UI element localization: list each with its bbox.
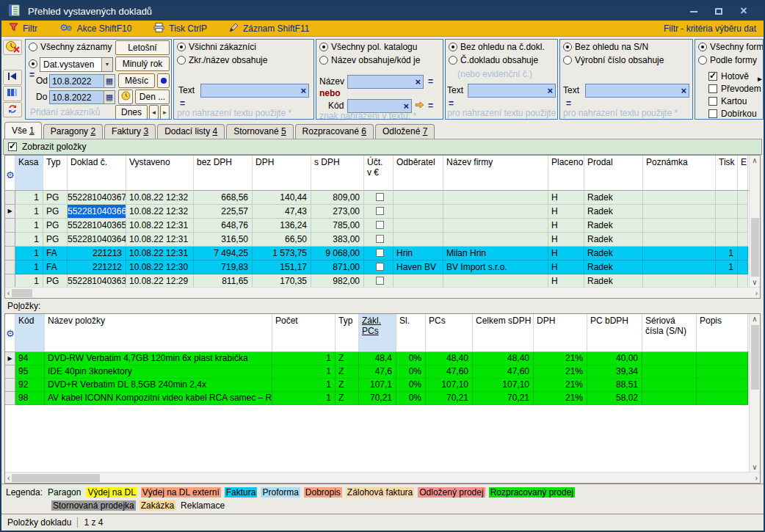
cell-firma[interactable]	[443, 219, 548, 233]
cell-dph[interactable]: 21%	[534, 365, 587, 379]
this-year-button[interactable]: Letošní	[115, 40, 170, 55]
date-type-combobox[interactable]: Dat.vystaven▼	[40, 57, 113, 72]
month-button[interactable]: Měsíc	[118, 73, 155, 88]
cell-placeno[interactable]: H	[548, 219, 584, 233]
first-record-button[interactable]	[3, 70, 22, 85]
cell-kasa[interactable]: 1	[15, 191, 43, 205]
current-row-marker[interactable]: ▶	[5, 205, 15, 219]
arrow-right-icon[interactable]	[415, 101, 424, 111]
cell-pcs[interactable]: 70,21	[426, 392, 473, 405]
scroll-down-icon[interactable]: ∨	[752, 462, 757, 472]
cell-uct[interactable]	[364, 191, 394, 205]
tab-faktury[interactable]: Faktury 3	[104, 124, 156, 139]
cell-odberatel[interactable]	[394, 219, 443, 233]
uct-checkbox[interactable]	[376, 277, 384, 285]
cell-doklad[interactable]: 552281040367	[68, 191, 126, 205]
cell-pc-bdph[interactable]: 58,02	[587, 392, 642, 405]
documents-horizontal-scrollbar[interactable]: ‹ ›	[5, 287, 760, 298]
cell-sl[interactable]: 0%	[396, 365, 426, 379]
blue-dot-button[interactable]	[157, 73, 170, 88]
cell-typ[interactable]: Z	[336, 392, 359, 405]
uct-checkbox[interactable]	[376, 235, 384, 243]
scroll-up-icon[interactable]: ∧	[752, 314, 757, 324]
col-header-zakl-pcs[interactable]: Zákl. PCs	[359, 314, 396, 351]
item-row[interactable]: 98 AV kabel ICONN Kompozitní video kabel…	[5, 392, 760, 405]
prev-day-button[interactable]: ◄	[149, 105, 159, 120]
panel-overflow-arrow-icon[interactable]: ►	[756, 75, 764, 83]
col-header-poznamka[interactable]: Poznámka	[643, 156, 716, 190]
document-row-current[interactable]: ▶ 1 PG 552281040366 10.08.22 12:32 225,5…	[5, 205, 760, 219]
row-selector[interactable]	[5, 379, 15, 392]
cell-kod[interactable]: 98	[15, 392, 45, 405]
cell-nazev[interactable]: DVD-RW Verbatim 4,7GB 120min 6x plast kr…	[45, 352, 272, 365]
day-button[interactable]: Den ...	[135, 90, 170, 104]
cell-doklad[interactable]: 552281040364	[68, 233, 126, 247]
cell-pocet[interactable]: 1	[272, 392, 336, 405]
radio-date-type[interactable]	[29, 59, 37, 68]
cell-typ[interactable]: PG	[43, 191, 68, 205]
cell-uct[interactable]	[364, 219, 394, 233]
radio-by-payment-form[interactable]	[698, 56, 707, 65]
clear-text-icon[interactable]: ×	[401, 101, 411, 111]
cell-bez-dph[interactable]: 7 494,25	[194, 247, 253, 260]
cell-tisk[interactable]: 1	[716, 247, 738, 260]
scroll-left-icon[interactable]: ‹	[7, 473, 10, 483]
cell-nazev[interactable]: IDE 40pin 3konektory	[45, 365, 272, 379]
col-header-celkem-sdph[interactable]: Celkem sDPH	[473, 314, 534, 351]
cell-tisk[interactable]: 1	[716, 260, 738, 274]
cell-doklad[interactable]: 552281040365	[68, 219, 126, 233]
cell-odberatel[interactable]: Haven BV	[394, 260, 443, 274]
col-header-firma[interactable]: Název firmy	[443, 156, 548, 190]
col-header-pc-bdph[interactable]: PC bDPH	[587, 314, 642, 351]
col-header-bez-dph[interactable]: bez DPH	[194, 156, 253, 190]
col-header-nazev[interactable]: Název položky	[45, 314, 272, 351]
col-header-dph[interactable]: DPH	[253, 156, 311, 190]
cell-uct[interactable]	[364, 247, 394, 260]
cell-kod[interactable]: 92	[15, 379, 45, 392]
menu-tisk[interactable]: Tisk CtrlP	[153, 23, 207, 34]
col-header-seriova[interactable]: Sériová čísla (S/N)	[642, 314, 697, 351]
cell-prodal[interactable]: Radek	[584, 205, 643, 219]
last-year-button[interactable]: Minulý rok	[115, 57, 170, 71]
cell-s-dph[interactable]: 871,00	[311, 260, 364, 274]
cell-vystaveno[interactable]: 10.08.22 12:31	[126, 219, 194, 233]
cell-dph[interactable]: 47,43	[253, 205, 311, 219]
cell-tisk[interactable]	[716, 219, 738, 233]
col-header-popis[interactable]: Popis	[697, 314, 748, 351]
document-row-invoice[interactable]: 1 FA 221212 10.08.22 12:30 719,83 151,17…	[5, 260, 760, 274]
cell-vystaveno[interactable]: 10.08.22 12:30	[126, 260, 194, 274]
cell-nazev[interactable]: DVD+R Verbatim DL 8,5GB 240min 2,4x	[45, 379, 272, 392]
uct-checkbox[interactable]	[376, 207, 384, 215]
col-header-sl[interactable]: Sl.	[396, 314, 426, 351]
cell-placeno[interactable]: H	[548, 233, 584, 247]
row-selector[interactable]	[5, 247, 15, 260]
grid-settings-gear-icon[interactable]: ⚙	[6, 329, 15, 338]
cell-e[interactable]	[738, 205, 748, 219]
cell-typ[interactable]: PG	[43, 205, 68, 219]
cell-poznamka[interactable]	[643, 247, 716, 260]
cell-seriova[interactable]	[642, 379, 697, 392]
date-to-field[interactable]: 10.8.2022▦	[49, 90, 115, 104]
cell-s-dph[interactable]: 809,00	[311, 191, 364, 205]
chevron-down-icon[interactable]: ▼	[101, 58, 112, 71]
cell-bez-dph[interactable]: 719,83	[194, 260, 253, 274]
uct-checkbox[interactable]	[376, 263, 384, 271]
cell-poznamka[interactable]	[643, 191, 716, 205]
col-header-prodal[interactable]: Prodal	[584, 156, 643, 190]
col-header-s-dph[interactable]: s DPH	[311, 156, 364, 190]
cell-dph[interactable]: 21%	[534, 352, 587, 365]
minimize-button[interactable]	[681, 2, 706, 20]
clear-text-icon[interactable]: ×	[298, 86, 308, 95]
scrollbar-thumb[interactable]	[12, 289, 32, 297]
radio-any-docnum[interactable]	[449, 43, 457, 51]
cell-typ[interactable]: FA	[43, 260, 68, 274]
cell-prodal[interactable]: Radek	[584, 233, 643, 247]
radio-any-serial[interactable]	[563, 43, 572, 51]
col-header-kasa[interactable]: Kasa	[15, 156, 43, 190]
cell-firma[interactable]	[443, 205, 548, 219]
cell-uct[interactable]	[364, 233, 394, 247]
col-header-kod[interactable]: Kód	[15, 314, 45, 351]
cell-e[interactable]	[738, 219, 748, 233]
col-header-uct[interactable]: Účt. v €	[364, 156, 394, 190]
scroll-down-icon[interactable]: ∨	[752, 277, 757, 287]
